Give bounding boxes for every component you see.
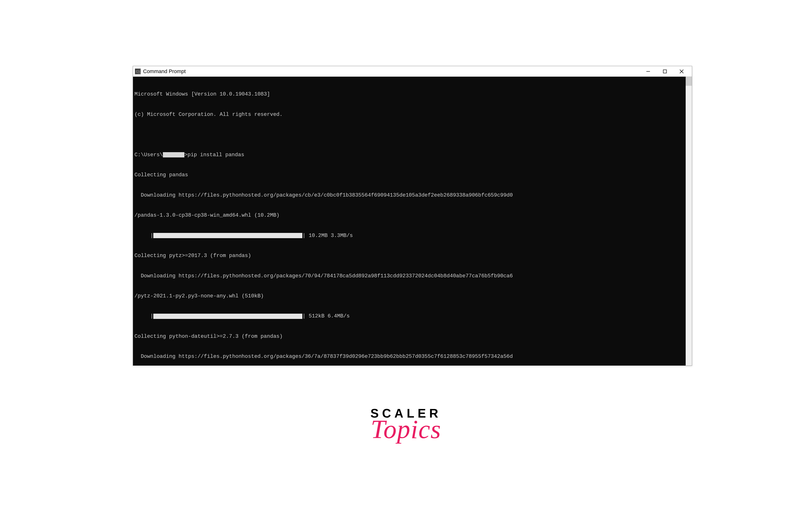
svg-rect-1 (663, 70, 666, 73)
progress-bar-icon (153, 233, 302, 238)
collecting-pytz: Collecting pytz>=2017.3 (from pandas) (135, 252, 684, 259)
pandas-progress: || 10.2MB 3.3MB/s (135, 232, 684, 239)
close-button[interactable] (673, 66, 690, 77)
minimize-button[interactable] (640, 66, 656, 77)
pytz-whl: /pytz-2021.1-py2.py3-none-any.whl (510kB… (135, 293, 684, 300)
os-version-line: Microsoft Windows [Version 10.0.19043.10… (135, 91, 684, 98)
titlebar[interactable]: C:\ Command Prompt (133, 66, 692, 77)
window-title: Command Prompt (143, 68, 640, 74)
window-controls (640, 66, 690, 77)
maximize-button[interactable] (656, 66, 673, 77)
download-pandas-url: Downloading https://files.pythonhosted.o… (135, 192, 684, 199)
download-dateutil-url: Downloading https://files.pythonhosted.o… (135, 353, 684, 360)
command-prompt-window: C:\ Command Prompt Microsoft Windows [Ve… (133, 66, 692, 366)
scrollbar-track[interactable] (686, 77, 692, 365)
copyright-line: (c) Microsoft Corporation. All rights re… (135, 111, 684, 118)
scaler-topics-logo: SCALER Topics (370, 406, 442, 445)
pytz-progress: || 512kB 6.4MB/s (135, 313, 684, 320)
collecting-pandas: Collecting pandas (135, 172, 684, 178)
pandas-whl: /pandas-1.3.0-cp38-cp38-win_amd64.whl (1… (135, 212, 684, 219)
collecting-dateutil: Collecting python-dateutil>=2.7.3 (from … (135, 333, 684, 340)
prompt-line: C:\Users\>pip install pandas (135, 152, 684, 158)
redacted-username (163, 152, 184, 157)
blank-line (135, 131, 684, 138)
terminal-output[interactable]: Microsoft Windows [Version 10.0.19043.10… (133, 77, 692, 365)
scrollbar-thumb[interactable] (686, 77, 692, 86)
progress-bar-icon (153, 314, 302, 319)
logo-text-topics: Topics (370, 414, 442, 445)
download-pytz-url: Downloading https://files.pythonhosted.o… (135, 273, 684, 280)
cmd-icon: C:\ (135, 68, 141, 74)
